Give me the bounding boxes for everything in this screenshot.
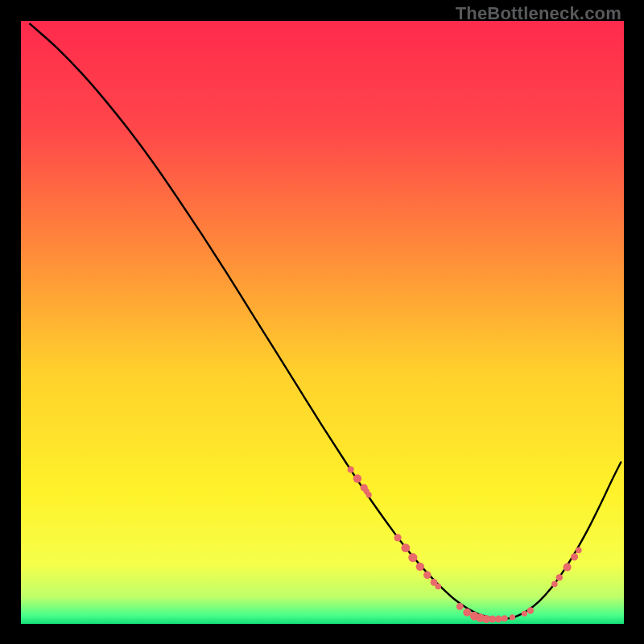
chart-frame [21,21,624,624]
data-marker [510,614,515,620]
watermark-text: TheBottleneck.com [456,3,621,24]
data-marker [456,603,464,610]
data-marker [408,553,417,562]
data-marker [502,615,508,621]
data-marker [463,609,471,617]
data-marker [527,607,534,613]
data-marker [556,574,563,580]
data-marker [394,534,402,541]
data-marker [353,474,361,482]
data-marker [571,553,578,560]
plot-svg [21,21,624,624]
data-marker [416,563,424,571]
data-marker [366,492,372,497]
data-marker [522,611,527,617]
data-marker [576,547,582,554]
data-marker [495,616,502,623]
gradient-bg [21,21,624,624]
data-marker [436,584,442,590]
data-marker [564,564,572,572]
data-marker [348,466,354,473]
data-marker [401,543,410,552]
data-marker [551,581,558,588]
data-marker [423,572,431,580]
